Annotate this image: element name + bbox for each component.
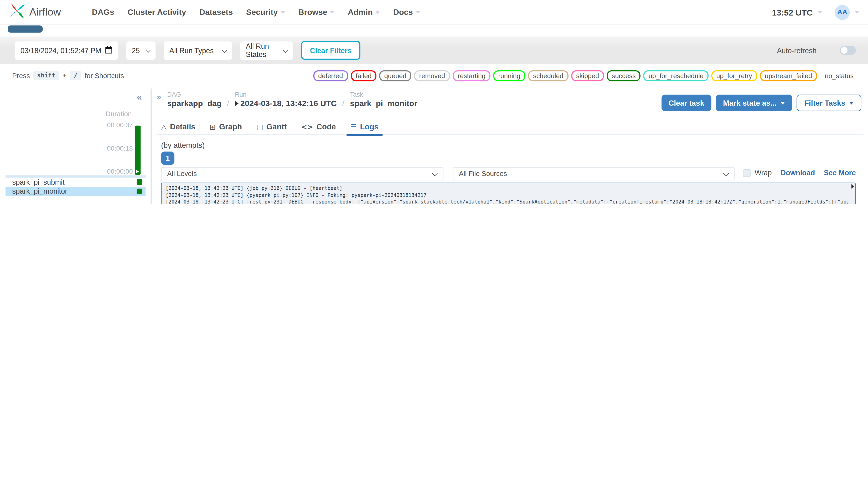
tabs-baseline	[157, 134, 864, 135]
clear-task-button[interactable]: Clear task	[661, 95, 711, 111]
shortcut-hint: Press shift + / for Shortcuts	[12, 71, 124, 80]
tab-gantt[interactable]: ▤Gantt	[256, 118, 287, 135]
tab-label: Details	[170, 122, 195, 131]
task-actions: Clear task Mark state as... Filter Tasks	[661, 95, 861, 111]
file-source-value: All File Sources	[459, 170, 507, 178]
state-badge-upstream_failed: upstream_failed	[760, 70, 817, 81]
nav-item-label: Security	[246, 8, 278, 17]
tab-details[interactable]: △Details	[161, 118, 195, 135]
airflow-brand[interactable]: Airflow	[9, 3, 61, 22]
user-avatar[interactable]: AA	[835, 5, 850, 20]
state-badge-running: running	[493, 70, 525, 81]
log-level-select[interactable]: All Levels	[161, 167, 443, 180]
dag-filter-bar: 03/18/2024, 01:52:47 PM 25 All Run Types…	[0, 36, 868, 64]
run-types-value: All Run Types	[169, 46, 214, 54]
nav-item-dags[interactable]: DAGs	[92, 8, 114, 17]
file-source-select[interactable]: All File Sources	[453, 167, 735, 180]
clock-caret-down-icon[interactable]	[817, 11, 822, 14]
breadcrumb: DAG sparkapp_dag / Run 2024-03-18, 13:42…	[167, 91, 417, 108]
download-link[interactable]: Download	[781, 169, 815, 177]
mark-state-label: Mark state as...	[723, 99, 777, 107]
tab-logs[interactable]: ☰Logs	[350, 118, 378, 135]
nav-item-label: Browse	[298, 8, 327, 17]
mark-state-as-button[interactable]: Mark state as...	[716, 95, 792, 111]
state-badge-deferred: deferred	[313, 70, 348, 81]
nav-item-label: Docs	[393, 8, 413, 17]
duration-tick: 00:00:37	[0, 121, 133, 129]
dag-link[interactable]: sparkapp_dag	[167, 99, 221, 108]
tab-label: Graph	[219, 122, 242, 131]
attempt-1-button[interactable]: 1	[161, 152, 174, 165]
task-name: spark_pi_monitor	[12, 187, 67, 195]
nav-item-browse[interactable]: Browse	[298, 8, 335, 17]
grid-axis-strip	[6, 175, 146, 178]
shortcut-legend-bar: Press shift + / for Shortcuts deferredfa…	[0, 64, 868, 87]
task-link[interactable]: spark_pi_monitor	[350, 99, 417, 108]
run-duration-bar[interactable]	[135, 126, 141, 175]
see-more-link[interactable]: See More	[824, 169, 856, 177]
run-states-select[interactable]: All Run States	[240, 41, 293, 60]
state-badge-success: success	[607, 70, 641, 81]
state-badge-skipped: skipped	[571, 70, 604, 81]
grid-view-tab-stub[interactable]	[8, 25, 42, 33]
expand-details-icon[interactable]: »	[157, 92, 161, 101]
nav-right: 13:52 UTC AA	[772, 5, 859, 20]
tabs: △Details⊞Graph▤Gantt<>Code☰Logs	[161, 118, 378, 135]
run-states-value: All Run States	[246, 42, 279, 59]
graph-nodes-icon: ⊞	[210, 123, 216, 131]
nav-item-security[interactable]: Security	[246, 8, 285, 17]
nav-item-docs[interactable]: Docs	[393, 8, 420, 17]
state-legend: deferredfailedqueuedremovedrestartingrun…	[313, 70, 856, 81]
auto-refresh-group: Auto-refresh	[777, 46, 856, 55]
nav-item-cluster-activity[interactable]: Cluster Activity	[128, 8, 186, 17]
log-line: [2024-03-18, 13:42:23 UTC] {pyspark_pi.p…	[165, 192, 848, 199]
scroll-right-arrow-icon[interactable]	[851, 184, 854, 189]
nav-item-admin[interactable]: Admin	[348, 8, 380, 17]
run-link[interactable]: 2024-03-18, 13:42:16 UTC	[235, 99, 337, 108]
state-badge-up_for_retry: up_for_retry	[711, 70, 757, 81]
wrap-checkbox[interactable]	[743, 169, 751, 177]
base-date-input[interactable]: 03/18/2024, 01:52:47 PM	[15, 41, 118, 60]
caret-down-icon	[375, 11, 380, 14]
panel-resize-handle[interactable]	[151, 89, 152, 204]
manual-trigger-play-icon	[235, 101, 239, 106]
wrap-toggle[interactable]: Wrap	[743, 169, 772, 177]
task-row-spark-pi-monitor[interactable]: spark_pi_monitor	[6, 187, 146, 196]
page-size-select[interactable]: 25	[126, 41, 156, 60]
task-status-square-success[interactable]	[137, 179, 143, 185]
clear-task-label: Clear task	[669, 99, 704, 107]
tab-label: Code	[316, 122, 336, 131]
utc-clock[interactable]: 13:52 UTC	[772, 7, 812, 17]
state-badge-removed: removed	[414, 70, 450, 81]
breadcrumb-dag: DAG sparkapp_dag	[167, 91, 221, 108]
shortcut-press-text: Press	[12, 72, 30, 79]
user-caret-down-icon[interactable]	[855, 11, 859, 14]
tab-code[interactable]: <>Code	[301, 118, 336, 135]
duration-axis-label: Duration	[0, 110, 132, 118]
task-status-square-success[interactable]	[137, 188, 143, 194]
filter-tasks-label: Filter Tasks	[804, 99, 845, 107]
filter-tasks-button[interactable]: Filter Tasks	[797, 95, 861, 111]
auto-refresh-label: Auto-refresh	[777, 46, 816, 54]
nav-item-datasets[interactable]: Datasets	[199, 8, 233, 17]
log-line: [2024-03-18, 13:42:23 UTC] {rest.py:231}…	[165, 199, 848, 204]
task-list: spark_pi_submitspark_pi_monitor	[6, 178, 146, 196]
collapse-grid-icon[interactable]: «	[137, 92, 142, 103]
auto-refresh-toggle[interactable]	[840, 46, 856, 55]
task-name: spark_pi_submit	[12, 178, 65, 186]
log-line: [2024-03-18, 13:42:23 UTC] {job.py:216} …	[165, 185, 848, 192]
tab-graph[interactable]: ⊞Graph	[210, 118, 242, 135]
run-date-text: 2024-03-18, 13:42:16 UTC	[240, 99, 337, 108]
tab-label: Logs	[360, 122, 378, 131]
task-label: Task	[350, 91, 417, 98]
manual-run-play-icon	[136, 170, 139, 173]
caret-down-icon	[849, 101, 854, 104]
dag-label: DAG	[167, 91, 221, 98]
breadcrumb-separator: /	[227, 99, 229, 108]
task-row-spark-pi-submit[interactable]: spark_pi_submit	[6, 178, 146, 187]
run-types-select[interactable]: All Run Types	[164, 41, 232, 60]
header-divider	[157, 117, 864, 117]
calendar-icon[interactable]	[105, 45, 113, 55]
nav-item-label: Datasets	[199, 8, 233, 17]
clear-filters-button[interactable]: Clear Filters	[301, 41, 361, 60]
